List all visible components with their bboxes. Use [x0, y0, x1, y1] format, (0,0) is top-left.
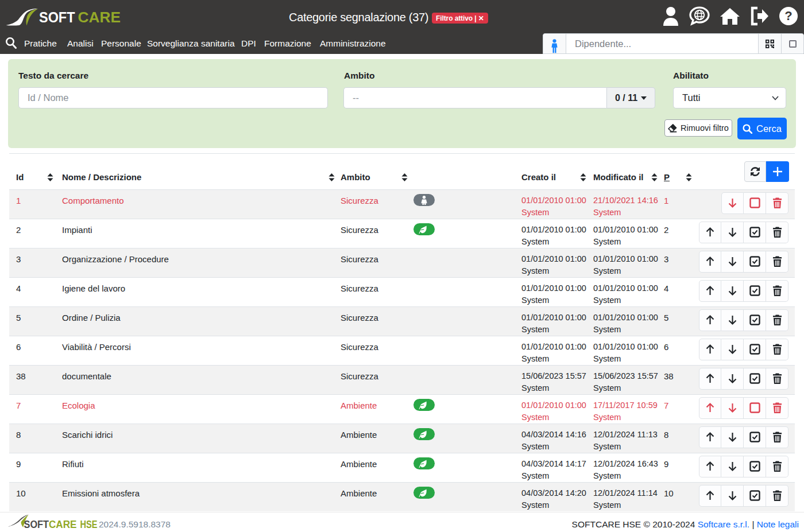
svg-text:CARE: CARE — [49, 518, 77, 530]
svg-text:HSE: HSE — [80, 518, 98, 530]
svg-text:?: ? — [784, 9, 792, 23]
svg-text:SOFT: SOFT — [24, 518, 49, 530]
svg-text:CARE: CARE — [78, 9, 121, 25]
svg-text:SOFT: SOFT — [39, 9, 75, 25]
